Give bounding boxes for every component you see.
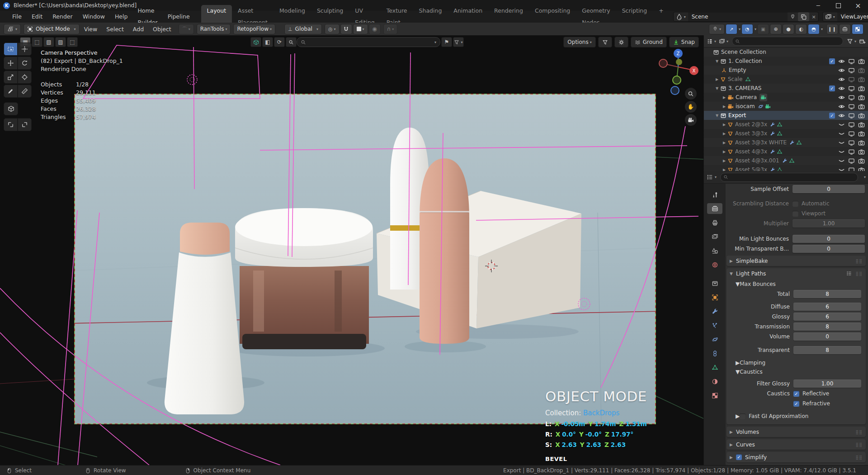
outliner-row-empty[interactable]: Empty xyxy=(704,66,868,75)
menu-view[interactable]: View xyxy=(80,26,102,33)
viewport-disable-icon[interactable] xyxy=(848,121,855,128)
tool-extra-1[interactable] xyxy=(4,118,18,131)
tab-collection[interactable] xyxy=(707,278,722,289)
product-pink-cylinder[interactable] xyxy=(420,158,469,344)
view-object-types-dropdown[interactable]: ▾ xyxy=(709,24,725,34)
panel-simplebake[interactable]: ▶SimpleBake⣿⣿ xyxy=(726,256,866,266)
asset-cube-icon[interactable] xyxy=(250,37,261,47)
hide-icon[interactable] xyxy=(838,130,845,137)
hide-icon[interactable] xyxy=(838,94,845,101)
tool-cursor[interactable] xyxy=(18,43,32,56)
tab-object[interactable] xyxy=(707,292,722,303)
properties-options-icon[interactable]: ▾ xyxy=(864,175,866,179)
subpanel-caustics[interactable]: ▼Caustics xyxy=(726,367,865,376)
subpanel-max-bounces[interactable]: ▼Max Bounces xyxy=(726,280,865,289)
viewport-checkbox[interactable] xyxy=(793,211,798,217)
show-gizmo-toggle[interactable]: ↗ xyxy=(726,24,737,34)
viewport-disable-icon[interactable] xyxy=(848,157,855,164)
tool-extra-2[interactable] xyxy=(18,118,32,131)
menu-add[interactable]: Add xyxy=(128,26,148,33)
glossy-bounces-field[interactable]: 6 xyxy=(793,313,861,321)
shading-rendered[interactable]: ◓ xyxy=(808,24,820,34)
outliner-row-isocam[interactable]: ▶ isocam xyxy=(704,102,868,111)
reflective-checkbox[interactable]: ✓ xyxy=(793,391,799,397)
tab-particles[interactable] xyxy=(707,320,722,331)
snap-view-button[interactable] xyxy=(839,24,851,34)
scene-name[interactable]: Scene xyxy=(688,12,788,21)
collection-checkbox[interactable]: ✓ xyxy=(829,113,835,119)
rantools-menu[interactable]: RanTools▾ xyxy=(197,24,231,34)
multiplier-field[interactable]: 1.00 xyxy=(793,219,865,228)
select-mode-extend[interactable]: ⬚ xyxy=(32,37,42,47)
retopoflow-menu[interactable]: RetopoFlow▾ xyxy=(233,24,275,34)
panel-simplify[interactable]: ▶✓Simplify⣿⣿ xyxy=(726,452,866,462)
hide-icon[interactable] xyxy=(838,157,845,164)
select-mode-intersect[interactable]: ⬚ xyxy=(67,37,78,47)
subpanel-fast-gi[interactable]: ▶Fast GI Approximation xyxy=(726,412,865,421)
viewport-disable-icon[interactable] xyxy=(848,85,855,92)
outliner-filter-button[interactable]: ▾ xyxy=(847,38,856,45)
render-disable-icon[interactable] xyxy=(858,166,865,171)
outliner-row-asset4-001[interactable]: ▶ Asset 4@3x.001 xyxy=(704,156,868,165)
outliner-row-export-collection[interactable]: ▼ Export ✓ xyxy=(704,111,868,120)
active-tool-dropdown[interactable]: ⌒▾ xyxy=(179,24,194,34)
outliner-row-asset4[interactable]: ▶ Asset 4@3x xyxy=(704,147,868,156)
render-disable-icon[interactable] xyxy=(858,130,865,137)
tab-object-data[interactable] xyxy=(707,362,722,373)
panel-curves[interactable]: ▶Curves⣿⣿ xyxy=(726,439,866,450)
show-overlays-toggle[interactable]: ◔ xyxy=(741,24,753,34)
render-disable-icon[interactable] xyxy=(858,139,865,146)
tab-world[interactable] xyxy=(707,259,722,270)
tool-rotate[interactable] xyxy=(18,57,32,70)
panel-light-paths[interactable]: ▼Light Paths⣿⣿ ▼Max Bounces Total 8 Diff… xyxy=(726,268,866,424)
tab-modifiers[interactable] xyxy=(707,306,722,317)
minimize-button[interactable]: ─ xyxy=(808,0,828,11)
pan-button[interactable]: ✋ xyxy=(685,101,697,113)
shading-solid[interactable]: ● xyxy=(783,24,794,34)
camera-view-button[interactable] xyxy=(685,114,697,126)
tool-move[interactable] xyxy=(4,57,18,70)
expand-icon[interactable]: ▼ xyxy=(714,59,720,63)
tool-annotate[interactable] xyxy=(4,85,18,98)
expand-icon[interactable]: ▶ xyxy=(721,95,727,100)
snap-target-dropdown[interactable]: ▾ xyxy=(353,24,368,34)
view-layer-name[interactable]: ViewLayer xyxy=(837,12,868,21)
expand-icon[interactable]: ▶ xyxy=(714,77,720,81)
viewport-disable-icon[interactable] xyxy=(848,130,855,137)
expand-icon[interactable]: ▼ xyxy=(714,114,720,118)
transmission-bounces-field[interactable]: 8 xyxy=(793,323,861,331)
tool-transform[interactable] xyxy=(18,71,32,84)
scene-type-icon[interactable]: ▾ xyxy=(674,12,688,21)
diffuse-bounces-field[interactable]: 6 xyxy=(793,303,861,311)
min-light-bounces-field[interactable]: 0 xyxy=(793,235,865,243)
simplify-checkbox[interactable]: ✓ xyxy=(736,454,742,460)
menu-object[interactable]: Object xyxy=(148,26,176,33)
options-dropdown[interactable]: Options▾ xyxy=(563,37,595,48)
render-disable-icon[interactable] xyxy=(858,67,865,74)
tab-texture[interactable] xyxy=(707,390,722,401)
zoom-region-icon[interactable] xyxy=(286,37,297,47)
render-disable-icon[interactable] xyxy=(858,58,865,65)
tool-measure[interactable] xyxy=(18,85,32,98)
outliner-row-collection-1[interactable]: ▼ 1. Collection ✓ xyxy=(704,57,868,66)
snap-toggle[interactable] xyxy=(340,24,352,34)
tab-constraints[interactable] xyxy=(707,348,722,359)
product-jar[interactable] xyxy=(235,208,373,349)
expand-icon[interactable]: ▶ xyxy=(721,141,727,145)
hide-icon[interactable] xyxy=(838,166,845,171)
outliner-row-cameras-collection[interactable]: ▼ 3. CAMERAS ✓ xyxy=(704,84,868,93)
fast-gi-checkbox[interactable] xyxy=(740,413,745,419)
proportional-falloff-dropdown[interactable]: ∩▾ xyxy=(383,24,398,34)
viewport-disable-icon[interactable] xyxy=(848,148,855,155)
render-disable-icon[interactable] xyxy=(858,121,865,128)
bookmark-icon[interactable]: ⚑ xyxy=(441,37,452,47)
transparent-bounces-field[interactable]: 8 xyxy=(793,346,861,354)
viewport-disable-icon[interactable] xyxy=(848,103,855,110)
close-button[interactable]: × xyxy=(848,0,868,11)
menu-select[interactable]: Select xyxy=(102,26,128,33)
outliner-row-asset2[interactable]: ▶ Asset 2@3x xyxy=(704,120,868,129)
expand-icon[interactable]: ▶ xyxy=(721,123,727,127)
workspace-filter-icon[interactable]: ◧ xyxy=(262,37,273,47)
hide-icon[interactable] xyxy=(838,85,845,92)
gizmo-neg-x-axis[interactable] xyxy=(659,59,667,67)
